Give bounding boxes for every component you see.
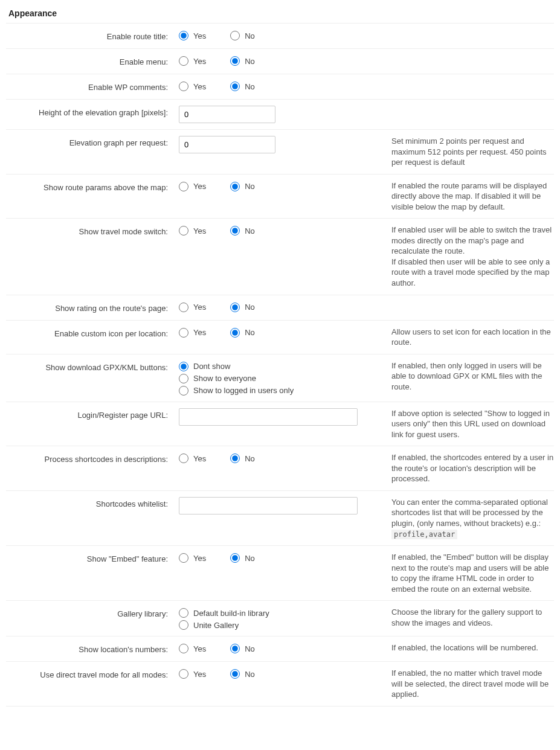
help-direct-mode: If enabled, the no matter which travel m… bbox=[379, 668, 554, 700]
help-gpx: If enabled, then only logged in users wi… bbox=[379, 361, 554, 396]
help-travel-mode-1: If enabled user will be able to switch t… bbox=[391, 225, 554, 257]
embed-yes[interactable]: Yes bbox=[179, 553, 206, 563]
help-loc-numbers: If enabled, the locations will be number… bbox=[379, 643, 554, 655]
whitelist-input[interactable] bbox=[179, 497, 358, 514]
route-params-no[interactable]: No bbox=[230, 182, 255, 191]
row-gpx: Show download GPX/KML buttons: Dont show… bbox=[6, 354, 554, 402]
shortcodes-yes[interactable]: Yes bbox=[179, 454, 206, 463]
embed-no[interactable]: No bbox=[230, 553, 255, 563]
label-shortcodes: Process shortcodes in descriptions: bbox=[6, 452, 179, 484]
gallery-opt1[interactable]: Default build-in library bbox=[179, 608, 379, 618]
label-gpx: Show download GPX/KML buttons: bbox=[6, 361, 179, 396]
row-custom-icon: Enable custom icon per location: Yes No … bbox=[6, 321, 554, 354]
label-gallery: Gallery library: bbox=[6, 607, 179, 630]
row-elev-req: Elevation graph per request: Set minimum… bbox=[6, 130, 554, 175]
row-elev-height: Height of the elevation graph [pixels]: bbox=[6, 100, 554, 130]
menu-yes[interactable]: Yes bbox=[179, 56, 206, 66]
gpx-opt1[interactable]: Dont show bbox=[179, 362, 379, 371]
label-travel-mode: Show travel mode switch: bbox=[6, 225, 179, 288]
gallery-opt2[interactable]: Unite Gallery bbox=[179, 620, 379, 630]
label-whitelist: Shortcodes whitelist: bbox=[6, 497, 179, 539]
row-route-title: Enable route title: Yes No bbox=[6, 24, 554, 49]
label-login-url: Login/Register page URL: bbox=[6, 408, 179, 440]
wp-comments-no[interactable]: No bbox=[230, 82, 255, 91]
travel-mode-yes[interactable]: Yes bbox=[179, 226, 206, 236]
elev-req-input[interactable] bbox=[179, 136, 275, 153]
label-direct-mode: Use direct travel mode for all modes: bbox=[6, 668, 179, 700]
help-route-params: If enabled the route params will be disp… bbox=[379, 181, 554, 213]
help-gallery: Choose the library for the gallery suppo… bbox=[379, 607, 554, 630]
wp-comments-yes[interactable]: Yes bbox=[179, 82, 206, 91]
route-title-yes[interactable]: Yes bbox=[179, 31, 206, 40]
rating-yes[interactable]: Yes bbox=[179, 303, 206, 312]
row-whitelist: Shortcodes whitelist: You can enter the … bbox=[6, 491, 554, 546]
whitelist-code: profile,avatar bbox=[391, 530, 457, 539]
label-route-title: Enable route title: bbox=[6, 30, 179, 42]
row-direct-mode: Use direct travel mode for all modes: Ye… bbox=[6, 662, 554, 707]
direct-mode-yes[interactable]: Yes bbox=[179, 669, 206, 679]
row-rating: Show rating on the route's page: Yes No bbox=[6, 295, 554, 321]
rating-no[interactable]: No bbox=[230, 303, 255, 312]
label-route-params: Show route params above the map: bbox=[6, 181, 179, 213]
loc-numbers-yes[interactable]: Yes bbox=[179, 644, 206, 653]
row-login-url: Login/Register page URL: If above option… bbox=[6, 402, 554, 447]
label-elev-height: Height of the elevation graph [pixels]: bbox=[6, 106, 179, 123]
help-travel-mode-2: If disabled then user will be able to se… bbox=[391, 257, 554, 289]
login-url-input[interactable] bbox=[179, 408, 358, 426]
custom-icon-yes[interactable]: Yes bbox=[179, 328, 206, 338]
label-custom-icon: Enable custom icon per location: bbox=[6, 327, 179, 348]
label-menu: Enable menu: bbox=[6, 55, 179, 68]
route-params-yes[interactable]: Yes bbox=[179, 182, 206, 191]
help-embed: If enabled, the "Embed" button will be d… bbox=[379, 552, 554, 594]
label-wp-comments: Enable WP comments: bbox=[6, 80, 179, 93]
gpx-opt3[interactable]: Show to logged in users only bbox=[179, 386, 379, 396]
label-rating: Show rating on the route's page: bbox=[6, 301, 179, 314]
elev-height-input[interactable] bbox=[179, 106, 275, 123]
help-custom-icon: Allow users to set icon for each locatio… bbox=[379, 327, 554, 348]
row-shortcodes: Process shortcodes in descriptions: Yes … bbox=[6, 446, 554, 491]
row-wp-comments: Enable WP comments: Yes No bbox=[6, 74, 554, 100]
help-elev-req: Set minimum 2 points per request and max… bbox=[379, 136, 554, 168]
direct-mode-no[interactable]: No bbox=[230, 669, 255, 679]
help-whitelist: You can enter the comma-separated option… bbox=[391, 498, 548, 528]
gpx-opt2[interactable]: Show to everyone bbox=[179, 374, 379, 383]
row-travel-mode: Show travel mode switch: Yes No If enabl… bbox=[6, 219, 554, 295]
shortcodes-no[interactable]: No bbox=[230, 454, 255, 463]
travel-mode-no[interactable]: No bbox=[230, 226, 255, 236]
help-login-url: If above option is selected "Show to log… bbox=[379, 408, 554, 440]
label-loc-numbers: Show location's numbers: bbox=[6, 643, 179, 655]
row-menu: Enable menu: Yes No bbox=[6, 49, 554, 74]
route-title-no[interactable]: No bbox=[230, 31, 255, 40]
section-title: Appearance bbox=[6, 5, 554, 24]
label-elev-req: Elevation graph per request: bbox=[6, 136, 179, 168]
label-embed: Show "Embed" feature: bbox=[6, 552, 179, 594]
row-gallery: Gallery library: Default build-in librar… bbox=[6, 601, 554, 636]
help-shortcodes: If enabled, the shortcodes entered by a … bbox=[379, 452, 554, 484]
row-route-params: Show route params above the map: Yes No … bbox=[6, 175, 554, 219]
loc-numbers-no[interactable]: No bbox=[230, 644, 255, 653]
custom-icon-no[interactable]: No bbox=[230, 328, 255, 338]
row-embed: Show "Embed" feature: Yes No If enabled,… bbox=[6, 546, 554, 601]
row-loc-numbers: Show location's numbers: Yes No If enabl… bbox=[6, 636, 554, 662]
menu-no[interactable]: No bbox=[230, 56, 255, 66]
